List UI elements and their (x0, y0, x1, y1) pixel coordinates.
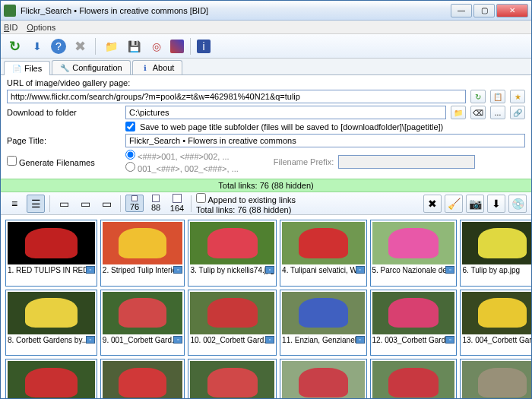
pattern-radio-2[interactable] (125, 162, 135, 172)
star-button[interactable]: ★ (510, 90, 525, 103)
thumbnail-item[interactable]: ▫4. Tulipani selvatici, W... (280, 220, 366, 287)
menubar: BID Options (1, 21, 531, 34)
thumbnail-caption: 11. Enzian, Genzianell... (282, 336, 364, 344)
pagetitle-input[interactable] (125, 134, 525, 147)
delete-icon[interactable]: ✖ (423, 195, 442, 213)
thumbnail-gallery: ▫1. RED TULIPS IN RED...▫2. Striped Tuli… (1, 215, 531, 399)
about-icon: ℹ (141, 63, 150, 72)
size-small-button[interactable]: 76 (125, 195, 144, 212)
menu-bid[interactable]: BID (4, 23, 17, 32)
thumbnail-item[interactable]: ▫13. 004_Corbett Gard... (460, 290, 531, 356)
thumbnail-item[interactable]: ▫18. 009_Corbett Gard... (280, 359, 366, 399)
download-all-icon[interactable]: ⬇ (487, 195, 505, 213)
form-panel: URL of image/video gallery page: ↻ 📋 ★ D… (1, 75, 531, 179)
clear-all-icon[interactable]: 🧹 (445, 195, 463, 213)
clear-button[interactable]: ⌫ (470, 106, 486, 119)
size-medium-button[interactable]: 88 (147, 195, 165, 212)
titlebar: Flickr_Search • Flowers in creative comm… (1, 1, 531, 21)
thumbnail-caption: 9. 001_Corbett Gard... (103, 336, 183, 344)
thumbnail-item[interactable]: ▫2. Striped Tulip Interio... (100, 220, 185, 287)
type-badge-icon: ▫ (265, 336, 274, 344)
total-links-text: Total links: 76 (88 hidden) (196, 205, 296, 214)
thumbnail-item[interactable]: ▫12. 003_Corbett Gard... (370, 290, 458, 356)
go-button[interactable]: ↻ (470, 90, 486, 103)
main-toolbar: ↻ ⬇ ? ✖ 📁 💾 ◎ i (1, 34, 531, 59)
thumbnail-item[interactable]: ▫11. Enzian, Genzianell... (280, 290, 366, 356)
tab-files[interactable]: 📄Files (4, 61, 50, 75)
minimize-button[interactable]: — (451, 4, 472, 17)
prefix-label: Filename Prefix: (274, 157, 334, 166)
sort-asc-icon[interactable]: ▭ (55, 195, 73, 213)
size-large-button[interactable]: 164 (168, 194, 186, 213)
thumbnail-item[interactable]: ▫5. Parco Nazionale dei... (370, 220, 458, 287)
thumbnail-caption: 5. Parco Nazionale dei... (372, 266, 455, 274)
type-badge-icon: ▫ (86, 266, 95, 274)
thumbnail-caption: 1. RED TULIPS IN RED... (8, 266, 95, 274)
thumbnail-caption: 2. Striped Tulip Interio... (103, 266, 183, 274)
append-checkbox[interactable] (196, 193, 206, 203)
thumbnail-caption: 6. Tulip by ap.jpg (462, 266, 531, 274)
grid-icon[interactable] (170, 40, 184, 53)
generate-filenames-checkbox[interactable] (7, 156, 17, 166)
export-icon[interactable]: 💿 (508, 195, 527, 213)
url-label: URL of image/video gallery page: (7, 78, 130, 87)
close-button[interactable]: ✕ (496, 4, 528, 17)
thumbnail-item[interactable]: ▫17. 008_Corbett Gard... (188, 359, 277, 399)
thumbnail-item[interactable]: ▫1. RED TULIPS IN RED... (5, 220, 97, 287)
thumbnail-caption: 3. Tulip by nickellis74.jpg (190, 266, 274, 274)
sort-desc-icon[interactable]: ▭ (76, 195, 94, 213)
prefix-input[interactable] (338, 155, 475, 169)
thumbnail-item[interactable]: ▫3. Tulip by nickellis74.jpg (188, 220, 277, 287)
type-badge-icon: ▫ (356, 336, 365, 344)
subfolder-label: Save to web page title subfolder (files … (140, 122, 443, 131)
thumbnail-item[interactable]: ▫10. 002_Corbett Gard... (188, 290, 277, 356)
save-icon[interactable]: 💾 (125, 37, 143, 55)
type-badge-icon: ▫ (445, 266, 454, 274)
menu-options[interactable]: Options (27, 23, 55, 32)
thumbnail-item[interactable]: ▫20. 011_Corbett Gard... (460, 359, 531, 399)
thumbnail-item[interactable]: ▫19. 010_Corbett Gard... (370, 359, 458, 399)
history-button[interactable]: 📋 (490, 90, 505, 103)
type-badge-icon: ▫ (265, 266, 274, 274)
thumbnail-item[interactable]: ▫6. Tulip by ap.jpg (460, 220, 531, 287)
browse-button[interactable]: ... (490, 106, 505, 119)
tab-about[interactable]: ℹAbout (132, 60, 183, 74)
target-icon[interactable]: ◎ (147, 37, 166, 55)
maximize-button[interactable]: ▢ (473, 4, 495, 17)
tab-configuration[interactable]: 🔧Configuration (52, 60, 130, 74)
thumbnail-caption: 4. Tulipani selvatici, W... (282, 266, 364, 274)
files-icon: 📄 (12, 64, 21, 73)
view-detail-icon[interactable]: ☰ (27, 195, 45, 213)
thumbnail-item[interactable]: ▫9. 001_Corbett Gard... (100, 290, 185, 356)
type-badge-icon: ▫ (356, 266, 365, 274)
type-badge-icon: ▫ (445, 336, 454, 344)
app-icon (4, 5, 16, 17)
thumbnail-item[interactable]: ▫15. 007_Corbett Gard... (5, 359, 97, 399)
info-icon[interactable]: i (197, 40, 211, 53)
thumbnail-item[interactable]: ▫8. Corbett Gardens by... (5, 290, 97, 356)
pagetitle-label: Page Title: (7, 136, 121, 145)
thumbnail-caption: 10. 002_Corbett Gard... (190, 336, 274, 344)
refresh-icon[interactable]: ↻ (5, 37, 24, 55)
help-icon[interactable]: ? (51, 39, 66, 54)
pattern-radio-1[interactable] (125, 150, 135, 160)
sort-none-icon[interactable]: ▭ (97, 195, 116, 213)
thumbnail-toolbar: ≡ ☰ ▭ ▭ ▭ 76 88 164 Append to existing l… (1, 192, 531, 215)
view-list-icon[interactable]: ≡ (5, 195, 24, 213)
cancel-icon[interactable]: ✖ (71, 37, 89, 55)
window-title: Flickr_Search • Flowers in creative comm… (21, 6, 451, 15)
download-folder-input[interactable] (125, 106, 446, 119)
download-label: Download to folder (7, 108, 121, 117)
thumbnail-item[interactable]: ▫16. 006_Corbett Gard... (100, 359, 185, 399)
thumbnail-caption: 13. 004_Corbett Gard... (462, 336, 531, 344)
url-input[interactable] (7, 90, 466, 103)
thumbnail-caption: 8. Corbett Gardens by... (8, 336, 95, 344)
subfolder-checkbox[interactable] (125, 122, 135, 131)
thumbnail-caption: 12. 003_Corbett Gard... (372, 336, 455, 344)
download-icon[interactable]: ⬇ (28, 37, 46, 55)
type-badge-icon: ▫ (173, 336, 182, 344)
folder-button[interactable]: 📁 (451, 106, 466, 119)
folder-icon[interactable]: 📁 (102, 37, 120, 55)
link-button[interactable]: 🔗 (510, 106, 525, 119)
preview-icon[interactable]: 📷 (466, 195, 484, 213)
